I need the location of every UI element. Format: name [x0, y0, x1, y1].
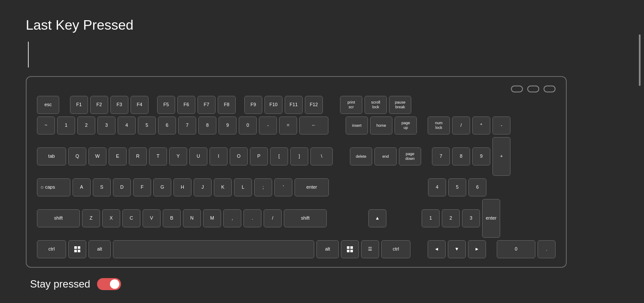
key-num-9[interactable]: 9	[472, 147, 490, 165]
key-arrow-up[interactable]: ▲	[368, 209, 386, 227]
key-2[interactable]: 2	[77, 116, 95, 135]
key-f[interactable]: F	[133, 178, 151, 196]
key-num-dot[interactable]: .	[538, 240, 556, 258]
key-f5[interactable]: F5	[157, 96, 175, 114]
key-arrow-left[interactable]: ◄	[428, 240, 446, 258]
key-9[interactable]: 9	[219, 116, 237, 135]
key-shift-left[interactable]: shift	[37, 209, 80, 227]
key-k[interactable]: K	[214, 178, 232, 196]
key-num-minus[interactable]: -	[492, 116, 510, 135]
key-period[interactable]: .	[243, 209, 261, 227]
key-num-5[interactable]: 5	[448, 178, 466, 196]
key-t[interactable]: T	[149, 147, 167, 165]
key-minus[interactable]: -	[259, 116, 277, 135]
key-f6[interactable]: F6	[177, 96, 195, 114]
key-5[interactable]: 5	[138, 116, 156, 135]
key-p[interactable]: P	[250, 147, 268, 165]
key-num-1[interactable]: 1	[422, 209, 440, 227]
key-quote[interactable]: '	[274, 178, 292, 196]
key-pause-break[interactable]: pausebreak	[389, 96, 411, 114]
key-f9[interactable]: F9	[244, 96, 262, 114]
key-win-right[interactable]	[341, 240, 359, 258]
key-num-6[interactable]: 6	[468, 178, 486, 196]
key-print-scr[interactable]: printscr	[340, 96, 362, 114]
key-0[interactable]: 0	[239, 116, 257, 135]
key-b[interactable]: B	[163, 209, 181, 227]
key-win-left[interactable]	[68, 240, 86, 258]
key-f11[interactable]: F11	[285, 96, 303, 114]
key-enter[interactable]: enter	[295, 178, 329, 196]
key-menu[interactable]: ☰	[361, 240, 379, 258]
key-z[interactable]: Z	[82, 209, 100, 227]
key-6[interactable]: 6	[158, 116, 176, 135]
key-home[interactable]: home	[370, 116, 392, 135]
key-num-3[interactable]: 3	[462, 209, 480, 227]
key-num-7[interactable]: 7	[432, 147, 450, 165]
key-tab[interactable]: tab	[37, 147, 66, 165]
key-page-down[interactable]: pagedown	[399, 147, 421, 165]
key-comma[interactable]: ,	[223, 209, 241, 227]
key-space[interactable]	[113, 240, 314, 258]
key-semicolon[interactable]: ;	[254, 178, 272, 196]
key-f12[interactable]: F12	[305, 96, 323, 114]
key-7[interactable]: 7	[178, 116, 196, 135]
key-q[interactable]: Q	[68, 147, 86, 165]
key-equals[interactable]: =	[279, 116, 297, 135]
key-rbracket[interactable]: ]	[290, 147, 308, 165]
key-w[interactable]: W	[88, 147, 106, 165]
key-j[interactable]: J	[194, 178, 212, 196]
key-page-up[interactable]: pageup	[395, 116, 417, 135]
key-num-lock[interactable]: numlock	[428, 116, 450, 135]
stay-pressed-toggle[interactable]	[97, 278, 121, 290]
key-ctrl-left[interactable]: ctrl	[37, 240, 66, 258]
key-g[interactable]: G	[153, 178, 171, 196]
key-m[interactable]: M	[203, 209, 221, 227]
key-shift-right[interactable]: shift	[284, 209, 327, 227]
key-l[interactable]: L	[234, 178, 252, 196]
key-f3[interactable]: F3	[110, 96, 128, 114]
key-f10[interactable]: F10	[264, 96, 283, 114]
key-num-enter[interactable]: enter	[482, 199, 500, 238]
key-backslash[interactable]: \	[310, 147, 333, 165]
key-end[interactable]: end	[374, 147, 397, 165]
key-num-4[interactable]: 4	[428, 178, 446, 196]
key-alt-left[interactable]: alt	[88, 240, 111, 258]
key-delete[interactable]: delete	[350, 147, 372, 165]
key-4[interactable]: 4	[118, 116, 136, 135]
key-caps-lock[interactable]: caps	[37, 178, 70, 196]
key-s[interactable]: S	[93, 178, 111, 196]
key-f2[interactable]: F2	[90, 96, 108, 114]
key-num-slash[interactable]: /	[452, 116, 470, 135]
key-o[interactable]: O	[230, 147, 248, 165]
key-tilde[interactable]: ~	[37, 116, 55, 135]
key-3[interactable]: 3	[97, 116, 115, 135]
key-f1[interactable]: F1	[70, 96, 88, 114]
key-ctrl-right[interactable]: ctrl	[381, 240, 410, 258]
key-num-plus[interactable]: +	[492, 137, 510, 176]
key-num-star[interactable]: *	[472, 116, 490, 135]
key-x[interactable]: X	[102, 209, 120, 227]
key-f8[interactable]: F8	[218, 96, 236, 114]
key-d[interactable]: D	[113, 178, 131, 196]
key-a[interactable]: A	[73, 178, 91, 196]
key-v[interactable]: V	[143, 209, 161, 227]
key-f4[interactable]: F4	[131, 96, 149, 114]
key-num-8[interactable]: 8	[452, 147, 470, 165]
key-lbracket[interactable]: [	[270, 147, 288, 165]
key-h[interactable]: H	[173, 178, 191, 196]
key-i[interactable]: I	[210, 147, 228, 165]
key-backspace[interactable]: ←	[299, 116, 328, 135]
key-arrow-down[interactable]: ▼	[448, 240, 466, 258]
key-insert[interactable]: insert	[346, 116, 368, 135]
key-r[interactable]: R	[129, 147, 147, 165]
key-alt-right[interactable]: alt	[316, 240, 339, 258]
key-y[interactable]: Y	[169, 147, 187, 165]
key-n[interactable]: N	[183, 209, 201, 227]
key-arrow-right[interactable]: ►	[468, 240, 486, 258]
key-slash[interactable]: /	[264, 209, 282, 227]
key-num-2[interactable]: 2	[442, 209, 460, 227]
key-scroll-lock[interactable]: scrolllock	[365, 96, 387, 114]
key-c[interactable]: C	[122, 209, 140, 227]
key-u[interactable]: U	[189, 147, 207, 165]
key-8[interactable]: 8	[198, 116, 216, 135]
